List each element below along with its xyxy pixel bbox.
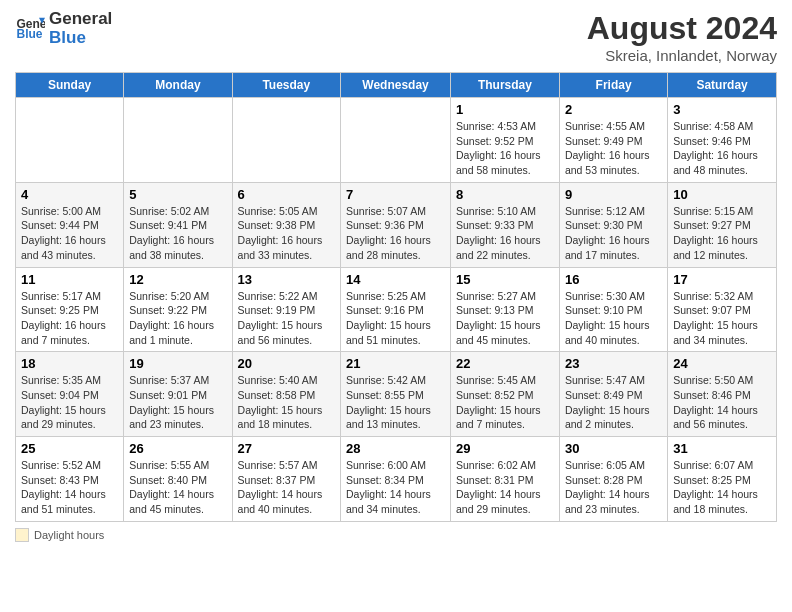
calendar-cell: 22Sunrise: 5:45 AMSunset: 8:52 PMDayligh…: [450, 352, 559, 437]
calendar-week-row: 18Sunrise: 5:35 AMSunset: 9:04 PMDayligh…: [16, 352, 777, 437]
day-number: 29: [456, 441, 554, 456]
calendar-week-row: 1Sunrise: 4:53 AMSunset: 9:52 PMDaylight…: [16, 98, 777, 183]
day-info: Sunrise: 5:12 AMSunset: 9:30 PMDaylight:…: [565, 204, 662, 263]
calendar-cell: 9Sunrise: 5:12 AMSunset: 9:30 PMDaylight…: [559, 182, 667, 267]
day-number: 26: [129, 441, 226, 456]
calendar-cell: 24Sunrise: 5:50 AMSunset: 8:46 PMDayligh…: [668, 352, 777, 437]
calendar-cell: 17Sunrise: 5:32 AMSunset: 9:07 PMDayligh…: [668, 267, 777, 352]
calendar-cell: 13Sunrise: 5:22 AMSunset: 9:19 PMDayligh…: [232, 267, 340, 352]
column-header-thursday: Thursday: [450, 73, 559, 98]
calendar-cell: 10Sunrise: 5:15 AMSunset: 9:27 PMDayligh…: [668, 182, 777, 267]
calendar-cell: 8Sunrise: 5:10 AMSunset: 9:33 PMDaylight…: [450, 182, 559, 267]
day-number: 12: [129, 272, 226, 287]
calendar-cell: 20Sunrise: 5:40 AMSunset: 8:58 PMDayligh…: [232, 352, 340, 437]
day-number: 4: [21, 187, 118, 202]
day-info: Sunrise: 5:37 AMSunset: 9:01 PMDaylight:…: [129, 373, 226, 432]
day-number: 23: [565, 356, 662, 371]
calendar-cell: 28Sunrise: 6:00 AMSunset: 8:34 PMDayligh…: [341, 437, 451, 522]
day-number: 17: [673, 272, 771, 287]
legend: Daylight hours: [15, 528, 777, 542]
svg-text:Blue: Blue: [17, 27, 43, 41]
day-info: Sunrise: 4:58 AMSunset: 9:46 PMDaylight:…: [673, 119, 771, 178]
day-number: 11: [21, 272, 118, 287]
day-info: Sunrise: 5:15 AMSunset: 9:27 PMDaylight:…: [673, 204, 771, 263]
day-info: Sunrise: 4:53 AMSunset: 9:52 PMDaylight:…: [456, 119, 554, 178]
day-number: 30: [565, 441, 662, 456]
day-number: 1: [456, 102, 554, 117]
logo-icon: General Blue: [15, 14, 45, 44]
calendar-cell: [16, 98, 124, 183]
page-subtitle: Skreia, Innlandet, Norway: [587, 47, 777, 64]
day-info: Sunrise: 6:00 AMSunset: 8:34 PMDaylight:…: [346, 458, 445, 517]
calendar-cell: [341, 98, 451, 183]
day-info: Sunrise: 5:10 AMSunset: 9:33 PMDaylight:…: [456, 204, 554, 263]
calendar-cell: 29Sunrise: 6:02 AMSunset: 8:31 PMDayligh…: [450, 437, 559, 522]
day-number: 7: [346, 187, 445, 202]
calendar-cell: 18Sunrise: 5:35 AMSunset: 9:04 PMDayligh…: [16, 352, 124, 437]
calendar-week-row: 11Sunrise: 5:17 AMSunset: 9:25 PMDayligh…: [16, 267, 777, 352]
day-info: Sunrise: 5:00 AMSunset: 9:44 PMDaylight:…: [21, 204, 118, 263]
calendar-cell: 15Sunrise: 5:27 AMSunset: 9:13 PMDayligh…: [450, 267, 559, 352]
calendar-cell: 27Sunrise: 5:57 AMSunset: 8:37 PMDayligh…: [232, 437, 340, 522]
day-info: Sunrise: 5:05 AMSunset: 9:38 PMDaylight:…: [238, 204, 335, 263]
column-header-friday: Friday: [559, 73, 667, 98]
day-number: 27: [238, 441, 335, 456]
day-number: 20: [238, 356, 335, 371]
logo-general: General: [49, 10, 112, 29]
day-number: 10: [673, 187, 771, 202]
column-header-sunday: Sunday: [16, 73, 124, 98]
day-info: Sunrise: 5:57 AMSunset: 8:37 PMDaylight:…: [238, 458, 335, 517]
legend-item-daylight: Daylight hours: [15, 528, 104, 542]
day-info: Sunrise: 5:20 AMSunset: 9:22 PMDaylight:…: [129, 289, 226, 348]
day-info: Sunrise: 5:45 AMSunset: 8:52 PMDaylight:…: [456, 373, 554, 432]
day-info: Sunrise: 5:17 AMSunset: 9:25 PMDaylight:…: [21, 289, 118, 348]
column-header-wednesday: Wednesday: [341, 73, 451, 98]
calendar-cell: 1Sunrise: 4:53 AMSunset: 9:52 PMDaylight…: [450, 98, 559, 183]
calendar-cell: 4Sunrise: 5:00 AMSunset: 9:44 PMDaylight…: [16, 182, 124, 267]
calendar-week-row: 4Sunrise: 5:00 AMSunset: 9:44 PMDaylight…: [16, 182, 777, 267]
calendar-cell: 31Sunrise: 6:07 AMSunset: 8:25 PMDayligh…: [668, 437, 777, 522]
day-number: 18: [21, 356, 118, 371]
column-header-saturday: Saturday: [668, 73, 777, 98]
day-number: 22: [456, 356, 554, 371]
day-number: 9: [565, 187, 662, 202]
day-info: Sunrise: 5:50 AMSunset: 8:46 PMDaylight:…: [673, 373, 771, 432]
calendar-cell: 7Sunrise: 5:07 AMSunset: 9:36 PMDaylight…: [341, 182, 451, 267]
day-number: 2: [565, 102, 662, 117]
day-number: 25: [21, 441, 118, 456]
day-number: 6: [238, 187, 335, 202]
legend-daylight-label: Daylight hours: [34, 529, 104, 541]
calendar-cell: [232, 98, 340, 183]
calendar-cell: 6Sunrise: 5:05 AMSunset: 9:38 PMDaylight…: [232, 182, 340, 267]
column-header-tuesday: Tuesday: [232, 73, 340, 98]
day-info: Sunrise: 5:22 AMSunset: 9:19 PMDaylight:…: [238, 289, 335, 348]
calendar-cell: 25Sunrise: 5:52 AMSunset: 8:43 PMDayligh…: [16, 437, 124, 522]
day-info: Sunrise: 5:47 AMSunset: 8:49 PMDaylight:…: [565, 373, 662, 432]
day-number: 28: [346, 441, 445, 456]
day-number: 31: [673, 441, 771, 456]
calendar-cell: [124, 98, 232, 183]
calendar-header-row: SundayMondayTuesdayWednesdayThursdayFrid…: [16, 73, 777, 98]
calendar-cell: 30Sunrise: 6:05 AMSunset: 8:28 PMDayligh…: [559, 437, 667, 522]
calendar-cell: 5Sunrise: 5:02 AMSunset: 9:41 PMDaylight…: [124, 182, 232, 267]
legend-color-daylight: [15, 528, 29, 542]
calendar-cell: 16Sunrise: 5:30 AMSunset: 9:10 PMDayligh…: [559, 267, 667, 352]
calendar-cell: 26Sunrise: 5:55 AMSunset: 8:40 PMDayligh…: [124, 437, 232, 522]
day-number: 16: [565, 272, 662, 287]
day-info: Sunrise: 5:32 AMSunset: 9:07 PMDaylight:…: [673, 289, 771, 348]
day-number: 3: [673, 102, 771, 117]
title-block: August 2024 Skreia, Innlandet, Norway: [587, 10, 777, 64]
day-info: Sunrise: 5:07 AMSunset: 9:36 PMDaylight:…: [346, 204, 445, 263]
calendar-cell: 12Sunrise: 5:20 AMSunset: 9:22 PMDayligh…: [124, 267, 232, 352]
calendar-cell: 11Sunrise: 5:17 AMSunset: 9:25 PMDayligh…: [16, 267, 124, 352]
calendar-cell: 23Sunrise: 5:47 AMSunset: 8:49 PMDayligh…: [559, 352, 667, 437]
day-number: 24: [673, 356, 771, 371]
logo-blue: Blue: [49, 29, 112, 48]
column-header-monday: Monday: [124, 73, 232, 98]
logo: General Blue General Blue: [15, 10, 112, 47]
day-number: 19: [129, 356, 226, 371]
day-info: Sunrise: 4:55 AMSunset: 9:49 PMDaylight:…: [565, 119, 662, 178]
day-number: 15: [456, 272, 554, 287]
day-info: Sunrise: 5:40 AMSunset: 8:58 PMDaylight:…: [238, 373, 335, 432]
day-info: Sunrise: 5:35 AMSunset: 9:04 PMDaylight:…: [21, 373, 118, 432]
